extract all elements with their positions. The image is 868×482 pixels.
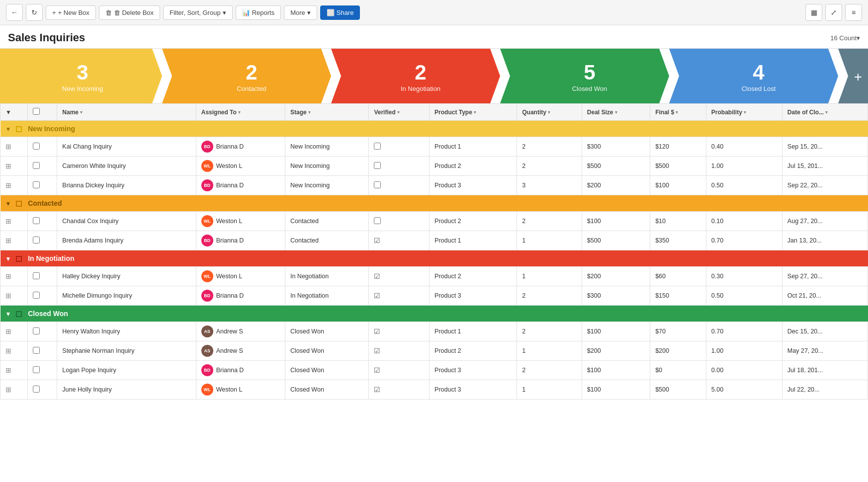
row-checkbox[interactable] [33,181,40,188]
row-expand-icon[interactable]: ⊞ [5,143,11,151]
row-assigned-cell[interactable]: BD Brianna D [196,231,285,250]
row-expand-icon[interactable]: ⊞ [5,162,11,170]
row-checkbox[interactable] [33,292,40,299]
select-all-checkbox[interactable] [33,108,40,115]
col-header-date_closed[interactable]: Date of Clo... ▾ [782,104,868,121]
row-name-cell[interactable]: Chandal Cox Inquiry [57,212,196,231]
col-filter-assigned[interactable]: Assigned To ▾ [201,109,241,116]
col-filter-deal_size[interactable]: Deal Size ▾ [587,109,617,116]
row-assigned-cell[interactable]: WL Weston L [196,380,285,400]
row-name-cell[interactable]: Brianna Dickey Inquiry [57,176,196,195]
row-expand-icon[interactable]: ⊞ [5,366,11,374]
row-checkbox[interactable] [33,217,40,224]
pipeline-stage-in-negotiation[interactable]: 2 In Negotiation [331,49,500,103]
row-verified-cell[interactable]: ☑ [369,286,430,306]
row-checkbox[interactable] [33,366,40,373]
group-chevron-icon[interactable]: ▼ [5,255,11,262]
group-chevron-icon[interactable]: ▼ [5,200,11,207]
pipeline-stage-closed-won[interactable]: 5 Closed Won [500,49,669,103]
col-header-deal_size[interactable]: Deal Size ▾ [582,104,650,121]
row-expand-icon[interactable]: ⊞ [5,347,11,355]
row-checkbox[interactable] [33,386,40,393]
more-button[interactable]: More ▾ [284,5,317,20]
col-header-quantity[interactable]: Quantity ▾ [517,104,582,121]
row-checkbox[interactable] [33,327,40,334]
row-verified-cell[interactable] [369,176,430,195]
row-name-cell[interactable]: Michelle Dimungo Inquiry [57,286,196,306]
row-checkbox[interactable] [33,162,40,169]
verified-checkbox[interactable] [374,162,381,169]
row-verified-cell[interactable]: ☑ [369,322,430,341]
row-verified-cell[interactable]: ☑ [369,341,430,361]
row-expand-icon[interactable]: ⊞ [5,272,11,280]
pipeline-stage-closed-lost[interactable]: 4 Closed Lost [669,49,838,103]
list-view-button[interactable]: ≡ [845,4,862,21]
grid-view-button[interactable]: ▦ [805,4,822,21]
filter-sort-button[interactable]: Filter, Sort, Group ▾ [163,5,233,20]
row-checkbox[interactable] [33,237,40,243]
verified-checkbox[interactable] [374,143,381,150]
row-verified-cell[interactable]: ☑ [369,361,430,380]
col-header-probability[interactable]: Probability ▾ [706,104,782,121]
row-verified-cell[interactable]: ☑ [369,380,430,400]
row-expand-icon[interactable]: ⊞ [5,327,11,335]
row-name-cell[interactable]: Stephanie Norman Inquiry [57,341,196,361]
col-filter-date_closed[interactable]: Date of Clo... ▾ [787,109,828,116]
reports-button[interactable]: 📊 Reports [236,5,281,20]
row-expand-icon[interactable]: ⊞ [5,292,11,300]
pipeline-stage-new-incoming[interactable]: 3 New Incoming [0,49,162,103]
row-assigned-cell[interactable]: WL Weston L [196,212,285,231]
pipeline-stage-contacted[interactable]: 2 Contacted [162,49,331,103]
col-filter-name[interactable]: Name ▾ [62,109,83,116]
col-filter-quantity[interactable]: Quantity ▾ [522,109,550,116]
row-assigned-cell[interactable]: WL Weston L [196,267,285,286]
share-button[interactable]: ⬜ Share [320,5,360,20]
row-verified-cell[interactable] [369,137,430,157]
add-stage-button[interactable]: + [838,49,868,103]
row-name-cell[interactable]: Brenda Adams Inquiry [57,231,196,250]
row-assigned-cell[interactable]: WL Weston L [196,157,285,176]
row-assigned-cell[interactable]: AS Andrew S [196,322,285,341]
row-expand-icon[interactable]: ⊞ [5,181,11,189]
row-assigned-cell[interactable]: BD Brianna D [196,361,285,380]
verified-checkbox[interactable] [374,181,381,188]
new-box-button[interactable]: + + New Box [46,5,96,20]
col-filter-verified[interactable]: Verified ▾ [374,109,399,116]
col-header-product_type[interactable]: Product Type ▾ [430,104,517,121]
row-name-cell[interactable]: Henry Walton Inquiry [57,322,196,341]
col-filter-stage[interactable]: Stage ▾ [290,109,311,116]
delete-box-button[interactable]: 🗑 🗑 Delete Box [99,5,160,20]
col-header-name[interactable]: Name ▾ [57,104,196,121]
col-header-stage[interactable]: Stage ▾ [285,104,368,121]
group-chevron-icon[interactable]: ▼ [5,126,11,133]
row-assigned-cell[interactable]: BD Brianna D [196,137,285,157]
row-checkbox[interactable] [33,347,40,354]
row-name-cell[interactable]: Logan Pope Inquiry [57,361,196,380]
refresh-button[interactable]: ↻ [26,4,43,21]
col-header-assigned[interactable]: Assigned To ▾ [196,104,285,121]
row-name-cell[interactable]: Kai Chang Inquiry [57,137,196,157]
row-expand-icon[interactable]: ⊞ [5,237,11,244]
row-assigned-cell[interactable]: BD Brianna D [196,286,285,306]
row-verified-cell[interactable]: ☑ [369,267,430,286]
row-assigned-cell[interactable]: AS Andrew S [196,341,285,361]
row-name-cell[interactable]: June Holly Inquiry [57,380,196,400]
row-checkbox[interactable] [33,143,40,150]
expand-view-button[interactable]: ⤢ [825,4,842,21]
group-chevron-icon[interactable]: ▼ [5,311,11,318]
row-name-cell[interactable]: Halley Dickey Inquiry [57,267,196,286]
verified-checkbox[interactable] [374,217,381,224]
col-header-final[interactable]: Final $ ▾ [650,104,706,121]
col-header-verified[interactable]: Verified ▾ [369,104,430,121]
count-badge[interactable]: 16 Count▾ [830,34,860,42]
row-verified-cell[interactable]: ☑ [369,231,430,250]
col-filter-final[interactable]: Final $ ▾ [655,109,678,116]
row-expand-icon[interactable]: ⊞ [5,217,11,225]
expand-all-icon[interactable]: ▼ [5,109,11,116]
col-filter-probability[interactable]: Probability ▾ [711,109,746,116]
row-name-cell[interactable]: Cameron White Inquiry [57,157,196,176]
col-filter-product_type[interactable]: Product Type ▾ [434,109,476,116]
row-assigned-cell[interactable]: BD Brianna D [196,176,285,195]
row-expand-icon[interactable]: ⊞ [5,386,11,394]
row-verified-cell[interactable] [369,212,430,231]
